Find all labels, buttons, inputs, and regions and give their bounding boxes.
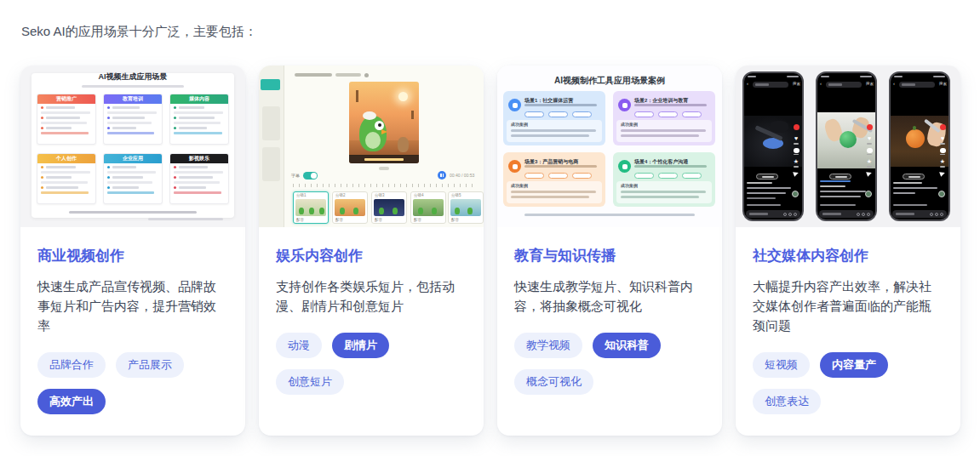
search-button[interactable]: 搜索 — [939, 82, 947, 86]
pause-button[interactable] — [438, 171, 446, 180]
video-preview[interactable] — [349, 82, 419, 163]
card-description: 快速生成教学短片、知识科普内容，将抽象概念可视化 — [514, 276, 705, 316]
intro-text: Seko AI的应用场景十分广泛，主要包括： — [0, 0, 980, 40]
edit-icon[interactable] — [364, 73, 369, 77]
favorite-icon[interactable]: ★ — [792, 158, 800, 165]
like-icon[interactable]: ♥ — [792, 135, 800, 142]
avatar[interactable] — [940, 124, 946, 130]
video-action-pill[interactable] — [756, 174, 778, 180]
back-icon[interactable]: ‹ — [893, 81, 895, 86]
tag-badge-highlighted: 剧情片 — [332, 333, 389, 358]
infographic-box: 营销推广 — [37, 94, 96, 145]
comment-input-bar[interactable] — [746, 210, 800, 218]
creator-avatar[interactable] — [792, 191, 799, 197]
tag-list: 动漫 剧情片 创意短片 — [276, 333, 467, 395]
favorite-icon[interactable]: ★ — [938, 158, 947, 165]
card-entertainment-content: 字幕 00:40 / 00:53 分镜1 配音 分镜2 配音 分镜3 — [259, 66, 484, 436]
card-title: 社交媒体内容创作 — [753, 246, 943, 265]
tag-badge: 概念可视化 — [514, 369, 593, 395]
video-action-pill[interactable] — [903, 174, 925, 180]
action-rail: ♥ ★ — [938, 124, 947, 176]
tag-badge-highlighted: 内容量产 — [820, 352, 888, 378]
infographic-box: 影视娱乐 — [169, 153, 229, 204]
comment-input-bar[interactable] — [819, 210, 874, 218]
avatar[interactable] — [794, 124, 799, 130]
card-social-media-content: ‹ 搜索 ♥ ★ — [736, 66, 960, 436]
creator-avatar[interactable] — [938, 191, 945, 197]
action-rail: ♥ ★ — [792, 124, 800, 176]
scene-icon — [618, 99, 631, 111]
tag-badge: 教学视频 — [514, 333, 582, 358]
action-rail: ♥ ★ — [865, 124, 874, 176]
infographic-box: 媒体内容 — [169, 94, 229, 145]
phone-screen-2: ‹ 搜索 ♥ ★ — [816, 71, 877, 221]
back-icon[interactable]: ‹ — [747, 81, 748, 86]
phone-screen-1: ‹ 搜索 ♥ ★ — [742, 71, 804, 221]
tag-badge: 产品展示 — [116, 352, 184, 378]
tag-list: 短视频 内容量产 创意表达 — [753, 352, 943, 414]
timeline-clip-5[interactable]: 分镜5 配音 — [448, 191, 484, 224]
playback-time: 00:40 / 00:53 — [450, 173, 474, 178]
video-action-pill[interactable] — [829, 174, 851, 180]
scene-personalized-communication: 场景4：个性化客户沟通 成功案例 — [613, 152, 715, 207]
card-title: 商业视频创作 — [37, 246, 228, 265]
infographic-box: 教育培训 — [103, 94, 163, 145]
card-description: 大幅提升内容产出效率，解决社交媒体创作者普遍面临的产能瓶颈问题 — [753, 276, 943, 335]
tag-badge: 创意表达 — [753, 389, 821, 414]
card-description: 快速生成产品宣传视频、品牌故事短片和广告内容，提升营销效率 — [37, 276, 228, 335]
timeline-clip-1[interactable]: 分镜1 配音 — [293, 191, 329, 224]
comment-icon[interactable] — [794, 148, 799, 153]
use-case-card-grid: AI视频生成应用场景 营销推广 教育培训 — [20, 66, 960, 436]
search-input[interactable] — [753, 82, 788, 88]
card-commercial-video: AI视频生成应用场景 营销推广 教育培训 — [20, 66, 245, 436]
subtitle-toggle[interactable] — [303, 172, 318, 180]
scene-icon — [508, 160, 521, 173]
tag-badge: 品牌合作 — [37, 352, 106, 378]
like-icon[interactable]: ♥ — [938, 135, 947, 142]
card-description: 支持创作各类娱乐短片，包括动漫、剧情片和创意短片 — [276, 276, 467, 316]
infographic-title: AI视频制作工具应用场景案例 — [497, 75, 722, 87]
timeline-clip-2[interactable]: 分镜2 配音 — [332, 191, 368, 224]
tag-badge: 创意短片 — [276, 369, 344, 395]
infographic-box: 个人创作 — [37, 153, 96, 204]
scene-corporate-training: 场景2：企业培训与教育 成功案例 — [613, 91, 715, 145]
thumbnail-ai-video-scenarios-infographic[interactable]: AI视频生成应用场景 营销推广 教育培训 — [20, 66, 245, 227]
thumbnail-tool-use-cases-infographic[interactable]: AI视频制作工具应用场景案例 场景1：社交媒体运营 成功案例 场景2：企业培训与… — [497, 66, 722, 227]
companion-character — [398, 137, 409, 152]
back-icon[interactable]: ‹ — [820, 81, 822, 86]
infographic-box: 企业应用 — [103, 153, 163, 204]
scene-icon — [618, 160, 631, 173]
avatar[interactable] — [867, 124, 873, 130]
share-icon[interactable] — [793, 170, 799, 177]
tag-list: 品牌合作 产品展示 高效产出 — [37, 352, 228, 414]
comment-icon[interactable] — [867, 148, 873, 153]
card-title: 娱乐内容创作 — [276, 246, 467, 265]
tag-list: 教学视频 知识科普 概念可视化 — [514, 333, 705, 395]
editor-sidebar-button — [261, 79, 280, 90]
timeline-clip-4[interactable]: 分镜4 配音 — [410, 191, 446, 224]
card-education-knowledge: AI视频制作工具应用场景案例 场景1：社交媒体运营 成功案例 场景2：企业培训与… — [497, 66, 722, 436]
owl-character — [359, 116, 387, 151]
video-subtitle-bar — [349, 155, 419, 163]
tag-badge-highlighted: 知识科普 — [593, 333, 661, 358]
search-input[interactable] — [826, 82, 862, 88]
like-icon[interactable]: ♥ — [865, 135, 874, 142]
share-icon[interactable] — [866, 170, 873, 177]
phone-screen-3: ‹ 搜索 ♥ ★ — [889, 71, 950, 221]
search-button[interactable]: 搜索 — [793, 82, 800, 86]
tag-badge: 短视频 — [753, 352, 810, 378]
tag-badge: 动漫 — [276, 333, 322, 358]
favorite-icon[interactable]: ★ — [865, 158, 874, 165]
share-icon[interactable] — [939, 170, 946, 177]
search-input[interactable] — [899, 82, 935, 88]
thumbnail-short-video-phone-screens[interactable]: ‹ 搜索 ♥ ★ — [736, 66, 960, 227]
creator-avatar[interactable] — [865, 191, 872, 197]
tag-badge-highlighted: 高效产出 — [37, 389, 106, 414]
thumbnail-video-editor-screenshot[interactable]: 字幕 00:40 / 00:53 分镜1 配音 分镜2 配音 分镜3 — [259, 66, 484, 227]
sun-graphic — [398, 92, 408, 101]
comment-input-bar[interactable] — [892, 210, 947, 218]
timeline-clip-3[interactable]: 分镜3 配音 — [371, 191, 407, 224]
comment-icon[interactable] — [940, 148, 946, 153]
timeline-ruler[interactable] — [293, 184, 477, 187]
search-button[interactable]: 搜索 — [866, 82, 874, 86]
